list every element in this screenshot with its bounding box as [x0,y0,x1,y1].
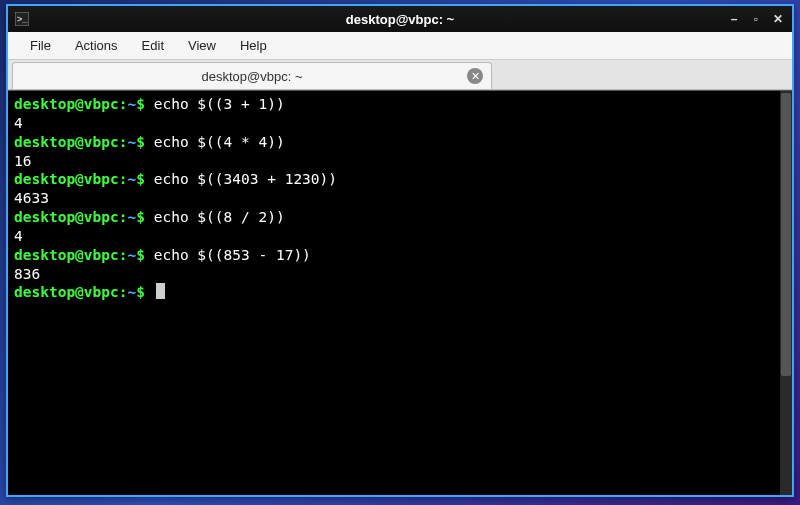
prompt-path: ~ [128,209,137,225]
command-text: echo $((3 + 1)) [154,96,285,112]
prompt-user: desktop@vbpc [14,209,119,225]
prompt-user: desktop@vbpc [14,134,119,150]
menu-view[interactable]: View [178,34,226,57]
titlebar[interactable]: >_ desktop@vbpc: ~ – ▫ ✕ [8,6,792,32]
prompt-path: ~ [128,171,137,187]
scrollbar[interactable] [780,91,792,495]
menu-actions[interactable]: Actions [65,34,128,57]
prompt-sep: : [119,247,128,263]
command-text: echo $((3403 + 1230)) [154,171,337,187]
maximize-button[interactable]: ▫ [748,11,764,27]
window-title: desktop@vbpc: ~ [346,12,454,27]
menubar: File Actions Edit View Help [8,32,792,60]
output-line: 4 [14,227,786,246]
menu-file[interactable]: File [20,34,61,57]
prompt-path: ~ [128,247,137,263]
prompt-sigil: $ [136,247,145,263]
terminal-area[interactable]: desktop@vbpc:~$ echo $((3 + 1))4desktop@… [8,90,792,495]
prompt-user: desktop@vbpc [14,96,119,112]
prompt-path: ~ [128,96,137,112]
terminal-output[interactable]: desktop@vbpc:~$ echo $((3 + 1))4desktop@… [8,91,792,306]
prompt-sigil: $ [136,171,145,187]
close-icon: ✕ [471,70,480,83]
prompt-sep: : [119,209,128,225]
current-prompt[interactable]: desktop@vbpc:~$ [14,283,786,302]
prompt-sigil: $ [136,209,145,225]
command-text: echo $((4 * 4)) [154,134,285,150]
command-line: desktop@vbpc:~$ echo $((4 * 4)) [14,133,786,152]
output-line: 4 [14,114,786,133]
menu-help[interactable]: Help [230,34,277,57]
terminal-window: >_ desktop@vbpc: ~ – ▫ ✕ File Actions Ed… [6,4,794,497]
prompt-sigil: $ [136,96,145,112]
command-text: echo $((853 - 17)) [154,247,311,263]
prompt-sep: : [119,171,128,187]
command-text: echo $((8 / 2)) [154,209,285,225]
prompt-user: desktop@vbpc [14,171,119,187]
svg-text:>_: >_ [17,14,28,24]
prompt-path: ~ [128,284,137,300]
cursor [156,283,165,299]
output-line: 16 [14,152,786,171]
command-line: desktop@vbpc:~$ echo $((3 + 1)) [14,95,786,114]
prompt-user: desktop@vbpc [14,284,119,300]
output-line: 836 [14,265,786,284]
menu-edit[interactable]: Edit [132,34,174,57]
command-line: desktop@vbpc:~$ echo $((8 / 2)) [14,208,786,227]
output-line: 4633 [14,189,786,208]
command-line: desktop@vbpc:~$ echo $((853 - 17)) [14,246,786,265]
tab-terminal[interactable]: desktop@vbpc: ~ ✕ [12,62,492,89]
prompt-user: desktop@vbpc [14,247,119,263]
close-button[interactable]: ✕ [770,11,786,27]
prompt-sigil: $ [136,134,145,150]
prompt-sep: : [119,134,128,150]
scrollbar-thumb[interactable] [781,93,791,376]
prompt-sep: : [119,284,128,300]
prompt-path: ~ [128,134,137,150]
minimize-button[interactable]: – [726,11,742,27]
prompt-sep: : [119,96,128,112]
command-line: desktop@vbpc:~$ echo $((3403 + 1230)) [14,170,786,189]
window-controls: – ▫ ✕ [726,11,786,27]
terminal-icon: >_ [14,11,30,27]
tab-close-button[interactable]: ✕ [467,68,483,84]
tabbar: desktop@vbpc: ~ ✕ [8,60,792,90]
tab-label: desktop@vbpc: ~ [201,69,302,84]
prompt-sigil: $ [136,284,145,300]
